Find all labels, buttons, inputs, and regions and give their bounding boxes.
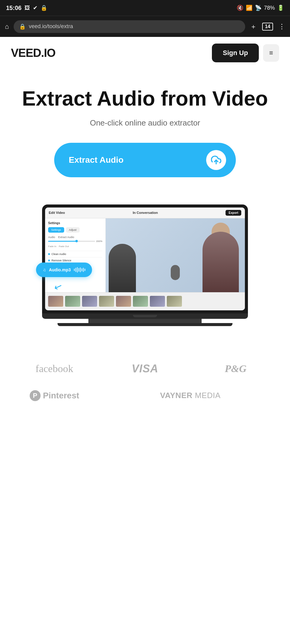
extract-audio-button[interactable]: Extract Audio <box>54 143 236 177</box>
wave-bar-2 <box>75 268 76 272</box>
screen-timeline <box>45 292 245 310</box>
fade-in-label: Fade In <box>48 245 56 248</box>
brands-section: facebook VISA P&G P Pinterest VAYNERMEDI… <box>0 344 290 425</box>
battery-level: 78% <box>264 5 275 11</box>
slider-thumb <box>75 240 78 242</box>
pinterest-label: Pinterest <box>43 391 79 400</box>
checkbox-icon: ✔ <box>33 5 38 11</box>
padlock-icon: 🔒 <box>19 23 26 30</box>
timeline-thumb-2 <box>65 296 80 307</box>
option-dot-2 <box>48 260 50 261</box>
page-content: VEED.IO Sign Up ≡ Extract Audio from Vid… <box>0 37 290 425</box>
microphone-decoration <box>171 265 180 280</box>
person-body-decoration <box>203 232 239 292</box>
tab-count[interactable]: 14 <box>262 23 273 31</box>
brand-pg: P&G <box>225 363 246 374</box>
screen-video-image <box>106 218 245 292</box>
screen-export-button[interactable]: Export <box>226 210 241 216</box>
slider-track[interactable] <box>48 241 95 242</box>
screen-settings-title: Settings <box>48 221 102 225</box>
screen-settings-btn[interactable]: Settings <box>48 227 64 233</box>
hero-section: Extract Audio from Video One-click onlin… <box>0 69 290 189</box>
audio-waveform <box>74 267 85 273</box>
laptop-screen: Edit Video In Conversation Export Settin… <box>42 204 248 313</box>
screen-body: Settings Settings Adjust Audio Extract A… <box>45 218 245 292</box>
screenshot-section: Edit Video In Conversation Export Settin… <box>0 189 290 344</box>
screen-clean-audio: Clean Audio <box>48 251 102 257</box>
hero-title: Extract Audio from Video <box>12 87 278 110</box>
upload-icon-circle <box>206 150 226 170</box>
signal-icon: 📡 <box>255 5 262 11</box>
audio-pill: ♫ Audio.mp3 <box>36 263 92 277</box>
brand-pinterest: P Pinterest <box>30 390 79 401</box>
screen-fade-row: Fade In Fade Out <box>48 245 102 248</box>
battery-icon: 🔋 <box>277 5 284 11</box>
screen-video-area <box>106 218 245 292</box>
music-note-icon: ♫ <box>43 267 46 272</box>
wave-bar-4 <box>78 268 79 272</box>
screen-settings-row: Settings Adjust <box>48 227 102 233</box>
timeline-thumb-8 <box>167 296 182 307</box>
screen-inner: Edit Video In Conversation Export Settin… <box>45 208 245 310</box>
lock-icon: 🔒 <box>41 5 47 11</box>
wave-bar-8 <box>84 269 85 271</box>
wave-bar-5 <box>80 267 81 272</box>
wave-bar-3 <box>77 267 78 273</box>
navbar: VEED.IO Sign Up ≡ <box>0 37 290 69</box>
wave-bar-6 <box>81 268 82 271</box>
option-dot <box>48 253 50 255</box>
mute-icon: 🔇 <box>237 5 243 11</box>
brand-facebook: facebook <box>35 363 73 374</box>
status-time: 15:06 <box>6 5 21 11</box>
timeline-thumb-5 <box>116 296 131 307</box>
timeline-thumb-3 <box>82 296 97 307</box>
home-icon[interactable]: ⌂ <box>5 23 9 31</box>
timeline-thumb-4 <box>99 296 114 307</box>
screen-volume-slider: 200% <box>48 240 102 243</box>
screen-conversation-label: In Conversation <box>133 211 158 214</box>
hero-subtitle: One-click online audio extractor <box>12 118 278 128</box>
screen-edit-title: Edit Video <box>49 211 65 214</box>
address-bar[interactable]: 🔒 veed.io/tools/extra <box>14 20 245 33</box>
brand-visa: VISA <box>132 362 158 375</box>
screen-topbar: Edit Video In Conversation Export <box>45 208 245 218</box>
menu-button[interactable]: ≡ <box>263 44 279 62</box>
more-options-icon[interactable]: ⋮ <box>278 23 285 31</box>
laptop-foot <box>58 323 232 326</box>
logo[interactable]: VEED.IO <box>11 47 55 60</box>
timeline-thumb-7 <box>150 296 165 307</box>
vayner-left: VAYNER <box>160 391 193 400</box>
audio-pill-label: Audio.mp3 <box>49 267 71 272</box>
screen-audio-label: Audio Extract Audio <box>48 236 102 239</box>
wifi-icon: 📶 <box>246 5 252 11</box>
nav-right: Sign Up ≡ <box>212 44 279 62</box>
fade-out-label: Fade Out <box>59 245 69 248</box>
screen-sidebar: Settings Settings Adjust Audio Extract A… <box>45 218 106 292</box>
hamburger-icon: ≡ <box>269 49 273 57</box>
status-bar: 15:06 🖼 ✔ 🔒 🔇 📶 📡 78% 🔋 <box>0 0 290 16</box>
laptop-mockup: Edit Video In Conversation Export Settin… <box>42 204 248 326</box>
gallery-icon: 🖼 <box>25 5 30 11</box>
screen-adjust-btn[interactable]: Adjust <box>66 227 80 233</box>
url-text: veed.io/tools/extra <box>29 23 73 30</box>
timeline-thumb-1 <box>48 296 63 307</box>
wave-bar-1 <box>74 269 75 271</box>
new-tab-icon[interactable]: ＋ <box>250 22 257 31</box>
laptop-stand <box>88 319 202 323</box>
brands-grid: facebook VISA P&G P Pinterest VAYNERMEDI… <box>12 362 278 401</box>
signup-button[interactable]: Sign Up <box>212 44 259 62</box>
volume-percent: 200% <box>96 240 102 243</box>
extract-audio-label: Extract Audio <box>69 155 124 165</box>
person-body-decoration-2 <box>109 244 136 292</box>
pinterest-icon: P <box>30 390 41 401</box>
timeline-thumb-6 <box>133 296 148 307</box>
browser-bar: ⌂ 🔒 veed.io/tools/extra ＋ 14 ⋮ <box>0 16 290 37</box>
vayner-right: MEDIA <box>195 391 221 400</box>
wave-bar-7 <box>83 268 84 272</box>
laptop-notch <box>133 315 157 317</box>
brand-vaynermedia: VAYNERMEDIA <box>160 391 221 400</box>
laptop-base <box>42 313 248 319</box>
slider-fill <box>48 241 76 242</box>
